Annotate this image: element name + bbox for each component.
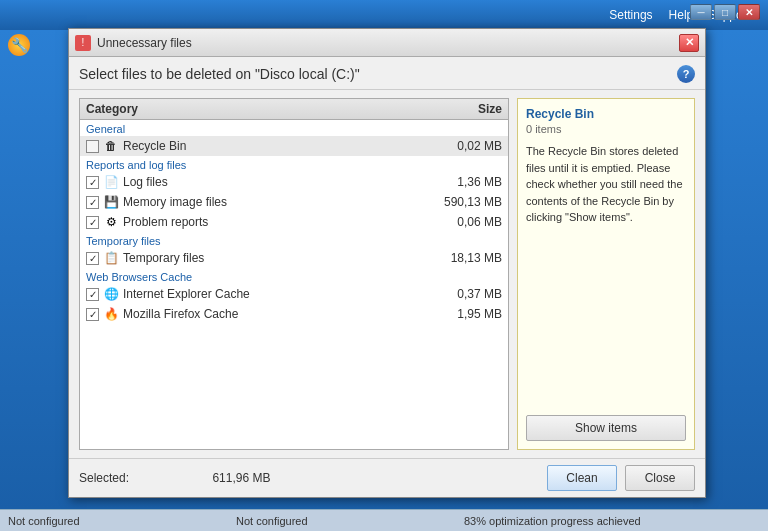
list-item[interactable]: 💾 Memory image files 590,13 MB	[80, 192, 508, 212]
dialog-footer: Selected: 611,96 MB Clean Close	[69, 458, 705, 497]
problem-reports-checkbox[interactable]	[86, 216, 99, 229]
selected-label: Selected:	[79, 471, 129, 485]
app-logo: 🔧	[8, 34, 30, 56]
list-item[interactable]: 🗑 Recycle Bin 0,02 MB	[80, 136, 508, 156]
log-files-checkbox[interactable]	[86, 176, 99, 189]
status-seg3: 83% optimization progress achieved	[464, 515, 760, 527]
dialog-close-button[interactable]: ✕	[679, 34, 699, 52]
ie-cache-name: Internet Explorer Cache	[123, 287, 418, 301]
top-bar: Settings Help & Support ▾ ─ □ ✕	[0, 0, 768, 30]
status-seg2: Not configured	[236, 515, 384, 527]
ie-cache-size: 0,37 MB	[422, 287, 502, 301]
dialog-heading: Select files to be deleted on "Disco loc…	[79, 66, 360, 82]
dialog-unnecessary-files: ! Unnecessary files ✕ Select files to be…	[68, 28, 706, 498]
temp-files-name: Temporary files	[123, 251, 418, 265]
recycle-bin-icon: 🗑	[103, 138, 119, 154]
memory-image-size: 590,13 MB	[422, 195, 502, 209]
list-item[interactable]: 📄 Log files 1,36 MB	[80, 172, 508, 192]
dialog-title: Unnecessary files	[97, 36, 673, 50]
info-panel-title: Recycle Bin	[526, 107, 686, 121]
list-item[interactable]: 🌐 Internet Explorer Cache 0,37 MB	[80, 284, 508, 304]
dialog-titlebar: ! Unnecessary files ✕	[69, 29, 705, 57]
problem-reports-size: 0,06 MB	[422, 215, 502, 229]
selected-info: Selected: 611,96 MB	[79, 471, 270, 485]
memory-image-name: Memory image files	[123, 195, 418, 209]
clean-button[interactable]: Clean	[547, 465, 617, 491]
list-item[interactable]: ⚙ Problem reports 0,06 MB	[80, 212, 508, 232]
info-panel-description: The Recycle Bin stores deleted files unt…	[526, 143, 686, 226]
section-temp: Temporary files	[80, 232, 508, 248]
temp-files-size: 18,13 MB	[422, 251, 502, 265]
minimize-button[interactable]: ─	[690, 4, 712, 20]
close-button[interactable]: ✕	[738, 4, 760, 20]
col-size-header: Size	[422, 102, 502, 116]
file-list-panel: Category Size General 🗑 Recycle Bin 0,02…	[79, 98, 509, 450]
info-panel-count: 0 items	[526, 123, 686, 135]
firefox-cache-size: 1,95 MB	[422, 307, 502, 321]
selected-value: 611,96 MB	[212, 471, 270, 485]
section-reports: Reports and log files	[80, 156, 508, 172]
memory-image-icon: 💾	[103, 194, 119, 210]
info-panel: Recycle Bin 0 items The Recycle Bin stor…	[517, 98, 695, 450]
footer-buttons: Clean Close	[547, 465, 695, 491]
log-files-name: Log files	[123, 175, 418, 189]
maximize-button[interactable]: □	[714, 4, 736, 20]
ie-cache-icon: 🌐	[103, 286, 119, 302]
memory-image-checkbox[interactable]	[86, 196, 99, 209]
firefox-cache-checkbox[interactable]	[86, 308, 99, 321]
ie-cache-checkbox[interactable]	[86, 288, 99, 301]
recycle-bin-name: Recycle Bin	[123, 139, 418, 153]
firefox-cache-name: Mozilla Firefox Cache	[123, 307, 418, 321]
settings-link[interactable]: Settings	[609, 8, 652, 22]
list-item[interactable]: 🔥 Mozilla Firefox Cache 1,95 MB	[80, 304, 508, 324]
section-general: General	[80, 120, 508, 136]
show-items-button[interactable]: Show items	[526, 415, 686, 441]
logo-icon: 🔧	[8, 34, 30, 56]
log-files-size: 1,36 MB	[422, 175, 502, 189]
dialog-icon: !	[75, 35, 91, 51]
temp-files-checkbox[interactable]	[86, 252, 99, 265]
recycle-bin-size: 0,02 MB	[422, 139, 502, 153]
dialog-close-footer-button[interactable]: Close	[625, 465, 695, 491]
window-controls: ─ □ ✕	[690, 4, 760, 20]
log-files-icon: 📄	[103, 174, 119, 190]
recycle-bin-checkbox[interactable]	[86, 140, 99, 153]
dialog-header: Select files to be deleted on "Disco loc…	[69, 57, 705, 90]
temp-files-icon: 📋	[103, 250, 119, 266]
section-browser-cache: Web Browsers Cache	[80, 268, 508, 284]
problem-reports-name: Problem reports	[123, 215, 418, 229]
help-icon[interactable]: ?	[677, 65, 695, 83]
firefox-cache-icon: 🔥	[103, 306, 119, 322]
problem-reports-icon: ⚙	[103, 214, 119, 230]
col-category-header: Category	[86, 102, 422, 116]
dialog-body: Category Size General 🗑 Recycle Bin 0,02…	[69, 90, 705, 458]
status-seg1: Not configured	[8, 515, 156, 527]
status-bar: Not configured Not configured 83% optimi…	[0, 509, 768, 531]
list-header: Category Size	[80, 99, 508, 120]
list-item[interactable]: 📋 Temporary files 18,13 MB	[80, 248, 508, 268]
